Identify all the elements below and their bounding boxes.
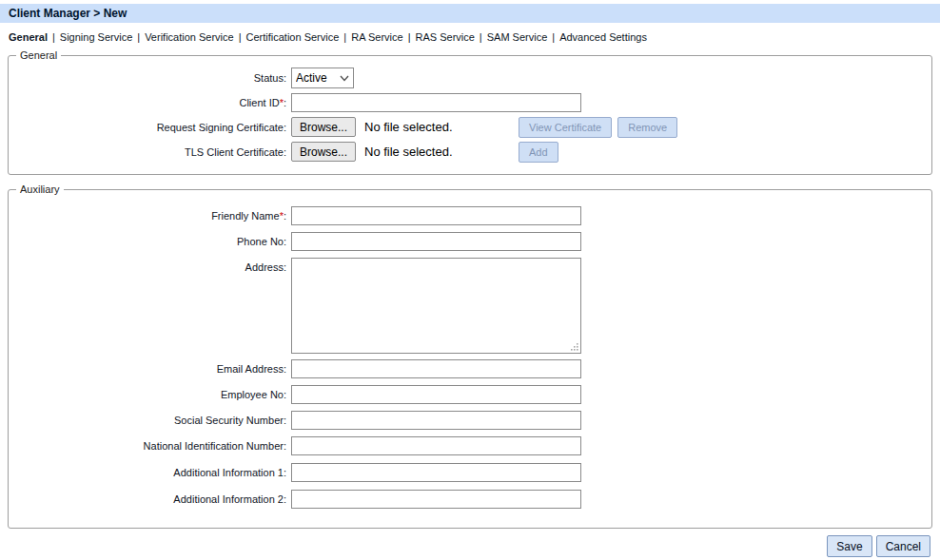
form-row: Email Address: xyxy=(9,359,931,378)
friendly-name-label: Friendly Name xyxy=(211,210,280,222)
form-row: Status: Active xyxy=(9,68,931,88)
tab-ras-service[interactable]: RAS Service xyxy=(416,31,475,43)
title-bar: Client Manager > New xyxy=(0,4,940,23)
form-row: Additional Information 2: xyxy=(9,490,931,509)
request-signing-certificate-label: Request Signing Certificate: xyxy=(9,122,291,133)
file-status-text: No file selected. xyxy=(364,120,453,134)
tab-signing-service[interactable]: Signing Service xyxy=(60,31,132,43)
form-row: National Identification Number: xyxy=(9,436,931,455)
tab-bar: General | Signing Service | Verification… xyxy=(9,31,932,43)
label-colon: : xyxy=(284,210,286,222)
general-legend: General xyxy=(16,49,61,61)
form-row: Request Signing Certificate: Browse... N… xyxy=(9,117,931,137)
tab-separator: | xyxy=(343,31,346,43)
label-colon: : xyxy=(284,97,286,108)
client-id-label: Client ID xyxy=(239,97,279,108)
form-row: Friendly Name*: xyxy=(9,206,931,225)
friendly-name-input[interactable] xyxy=(291,206,581,225)
status-label: Status: xyxy=(9,72,291,84)
social-security-number-label: Social Security Number: xyxy=(9,415,291,426)
address-textarea[interactable] xyxy=(291,258,581,354)
tab-separator: | xyxy=(480,31,482,43)
additional-information-2-label: Additional Information 2: xyxy=(9,493,291,505)
remove-button[interactable]: Remove xyxy=(617,117,677,138)
page-title: Client Manager > New xyxy=(9,7,127,20)
tab-sam-service[interactable]: SAM Service xyxy=(487,31,548,43)
employee-no-input[interactable] xyxy=(291,385,581,404)
general-section: General Status: Active Client ID*: Reque… xyxy=(8,49,932,175)
phone-no-input[interactable] xyxy=(291,232,581,251)
file-status-text: No file selected. xyxy=(364,145,453,159)
additional-information-1-label: Additional Information 1: xyxy=(9,467,291,478)
tab-verification-service[interactable]: Verification Service xyxy=(145,31,234,43)
form-row: Additional Information 1: xyxy=(9,463,931,482)
tls-client-certificate-browse-button[interactable]: Browse... xyxy=(291,142,356,162)
request-signing-certificate-browse-button[interactable]: Browse... xyxy=(291,117,356,137)
add-button[interactable]: Add xyxy=(519,142,558,163)
form-row: Social Security Number: xyxy=(9,411,931,430)
email-address-label: Email Address: xyxy=(9,363,291,375)
auxiliary-section: Auxiliary Friendly Name*: Phone No: Addr… xyxy=(8,183,932,529)
form-row: Phone No: xyxy=(9,232,931,251)
view-certificate-button[interactable]: View Certificate xyxy=(519,117,612,138)
form-row: TLS Client Certificate: Browse... No fil… xyxy=(9,142,931,162)
footer-actions: Save Cancel xyxy=(0,535,930,557)
form-row: Employee No: xyxy=(9,385,931,404)
social-security-number-input[interactable] xyxy=(291,411,581,430)
tls-client-certificate-label: TLS Client Certificate: xyxy=(9,146,291,158)
additional-information-2-input[interactable] xyxy=(291,490,581,509)
email-address-input[interactable] xyxy=(291,359,581,378)
national-identification-number-input[interactable] xyxy=(291,436,581,455)
form-row: Client ID*: xyxy=(9,93,931,112)
client-id-input[interactable] xyxy=(291,93,581,112)
save-button[interactable]: Save xyxy=(827,535,871,557)
additional-information-1-input[interactable] xyxy=(291,463,581,482)
auxiliary-legend: Auxiliary xyxy=(16,183,64,195)
tab-separator: | xyxy=(52,31,55,43)
tab-advanced-settings[interactable]: Advanced Settings xyxy=(559,31,647,43)
tab-separator: | xyxy=(239,31,242,43)
status-select[interactable]: Active xyxy=(291,68,354,88)
phone-no-label: Phone No: xyxy=(9,236,291,247)
tab-certification-service[interactable]: Certification Service xyxy=(246,31,340,43)
tab-separator: | xyxy=(552,31,555,43)
tab-separator: | xyxy=(408,31,411,43)
address-label: Address: xyxy=(9,258,291,273)
employee-no-label: Employee No: xyxy=(9,389,291,400)
tab-general[interactable]: General xyxy=(9,31,48,43)
tab-ra-service[interactable]: RA Service xyxy=(351,31,402,43)
tab-separator: | xyxy=(137,31,140,43)
cancel-button[interactable]: Cancel xyxy=(876,535,930,557)
form-row: Address: xyxy=(9,258,931,354)
national-identification-number-label: National Identification Number: xyxy=(9,440,291,452)
